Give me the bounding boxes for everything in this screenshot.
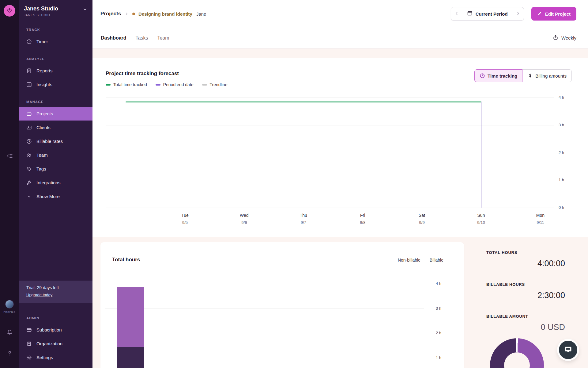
sidebar-item-billable-rates[interactable]: $Billable rates — [19, 134, 92, 148]
current-period-button[interactable]: Current Period — [462, 10, 513, 17]
main-area: Projects Designing brand identity Jane C… — [92, 0, 588, 368]
section-label-track: TRACK — [19, 28, 92, 32]
edit-project-button[interactable]: Edit Project — [531, 7, 576, 21]
legend-item-total-time-tracked: Total time tracked — [106, 82, 147, 87]
billable-bar-segment — [117, 287, 144, 347]
sidebar: Janes Studio JANES STUDIO TRACKTimerANAL… — [19, 0, 92, 368]
period-end-line — [481, 102, 481, 208]
app-logo[interactable] — [4, 5, 15, 17]
x-axis-label: Fri9/8 — [344, 213, 381, 225]
id-card-icon — [26, 125, 32, 130]
collapse-sidebar-button[interactable] — [0, 152, 19, 161]
breadcrumb-project-name[interactable]: Designing brand identity — [138, 11, 192, 17]
dashboard-content: Project time tracking forecast Total tim… — [92, 48, 588, 368]
tab-list: DashboardTasksTeam — [101, 35, 169, 41]
total-time-tracked-line — [126, 102, 481, 102]
x-axis-date: 9/10 — [463, 220, 499, 225]
y-axis-label: 1 h — [559, 178, 573, 182]
sidebar-item-integrations[interactable]: Integrations — [19, 176, 92, 190]
profile-label: PROFILE — [0, 311, 19, 313]
help-button[interactable] — [0, 350, 19, 358]
y-axis-label: 2 h — [427, 331, 441, 335]
x-axis-day: Wed — [226, 213, 262, 218]
legend-item-period-end-date: Period end date — [156, 82, 194, 87]
sidebar-admin-section: ADMINSubscriptionOrganizationSettings — [19, 303, 92, 368]
x-axis-label: Sun9/10 — [463, 213, 499, 225]
clock-icon — [26, 39, 32, 44]
sidebar-item-subscription[interactable]: Subscription — [19, 323, 92, 337]
top-bar: Projects Designing brand identity Jane C… — [92, 0, 588, 28]
x-axis-date: 9/8 — [344, 220, 381, 225]
billing-amounts-toggle[interactable]: Billing amounts — [522, 69, 572, 82]
tag-icon — [26, 166, 32, 172]
x-axis-day: Mon — [522, 213, 559, 218]
sidebar-item-label: Settings — [36, 355, 53, 360]
sidebar-item-label: Team — [36, 152, 48, 158]
sidebar-item-show-more[interactable]: Show More — [19, 190, 92, 203]
legend-non-billable: Non-billable — [398, 258, 420, 263]
tab-tasks[interactable]: Tasks — [136, 35, 148, 41]
billable-hours-stat-label: BILLABLE HOURS — [486, 282, 525, 287]
sidebar-item-settings[interactable]: Settings — [19, 351, 92, 364]
sidebar-item-insights[interactable]: Insights — [19, 78, 92, 91]
breadcrumb-client-name: Jane — [196, 11, 206, 17]
total-hours-stat-value: 4:00:00 — [537, 259, 565, 268]
insights-icon — [26, 82, 32, 87]
profile-avatar[interactable] — [5, 300, 14, 309]
sidebar-item-team[interactable]: Team — [19, 148, 92, 162]
tab-dashboard[interactable]: Dashboard — [101, 35, 126, 41]
gridline — [105, 284, 424, 284]
notifications-button[interactable] — [0, 329, 19, 337]
workspace-subtitle: JANES STUDIO — [24, 13, 88, 17]
y-axis-label: 2 h — [559, 150, 573, 155]
legend-swatch — [202, 84, 207, 86]
legend-label: Period end date — [163, 82, 194, 87]
top-actions: Current Period Edit Project — [451, 7, 576, 21]
chart-mode-toggle: Time tracking Billing amounts — [474, 69, 572, 82]
total-hours-card: Total hours Non-billable Billable 4 h3 h… — [100, 242, 464, 368]
non-billable-bar-segment — [117, 347, 144, 368]
chevron-down-icon — [26, 194, 32, 199]
x-axis-day: Thu — [285, 213, 322, 218]
sidebar-item-organization[interactable]: Organization — [19, 337, 92, 351]
sidebar-item-label: Insights — [36, 82, 52, 87]
x-axis-label: Mon9/11 — [522, 213, 559, 225]
sidebar-item-clients[interactable]: Clients — [19, 121, 92, 134]
billable-amount-stat-label: BILLABLE AMOUNT — [486, 314, 528, 319]
legend-label: Total time tracked — [113, 82, 147, 87]
gridline — [106, 180, 554, 180]
dollar-circle-icon: $ — [26, 139, 32, 144]
total-hours-title: Total hours — [112, 257, 140, 263]
next-period-button[interactable] — [513, 7, 524, 20]
total-hours-legend: Non-billable Billable — [398, 258, 443, 263]
sidebar-item-projects[interactable]: Projects — [19, 107, 92, 121]
upgrade-link[interactable]: Upgrade today — [26, 293, 52, 297]
forecast-legend: Total time trackedPeriod end dateTrendli… — [106, 82, 227, 87]
gridline — [106, 208, 554, 208]
tab-team[interactable]: Team — [157, 35, 169, 41]
question-icon — [6, 350, 13, 358]
y-axis-label: 0 h — [559, 205, 573, 210]
trial-banner: Trial: 29 days left Upgrade today — [19, 281, 92, 303]
sidebar-item-label: Projects — [36, 111, 53, 116]
edit-project-label: Edit Project — [545, 11, 571, 17]
billable-split-donut — [490, 338, 544, 368]
y-axis-label: 4 h — [427, 281, 441, 286]
sidebar-item-reports[interactable]: Reports — [19, 64, 92, 78]
x-axis-label: Tue9/5 — [167, 213, 203, 225]
x-axis-date: 9/7 — [285, 220, 322, 225]
chat-launcher-button[interactable] — [559, 341, 577, 359]
gridline — [106, 125, 554, 125]
sidebar-item-timer[interactable]: Timer — [19, 35, 92, 48]
x-axis-day: Fri — [344, 213, 381, 218]
weekly-selector[interactable]: Weekly — [553, 35, 576, 41]
workspace-switcher[interactable]: Janes Studio JANES STUDIO — [19, 0, 92, 19]
section-label-manage: MANAGE — [19, 100, 92, 104]
breadcrumb-projects[interactable]: Projects — [100, 11, 121, 17]
previous-period-button[interactable] — [451, 7, 462, 20]
time-tracking-toggle[interactable]: Time tracking — [474, 69, 522, 82]
sidebar-item-tags[interactable]: Tags — [19, 162, 92, 176]
period-selector: Current Period — [451, 7, 524, 21]
gridline — [105, 333, 424, 333]
app-window: PROFILE Janes Studio JANES STUDIO TRACKT… — [0, 0, 588, 368]
